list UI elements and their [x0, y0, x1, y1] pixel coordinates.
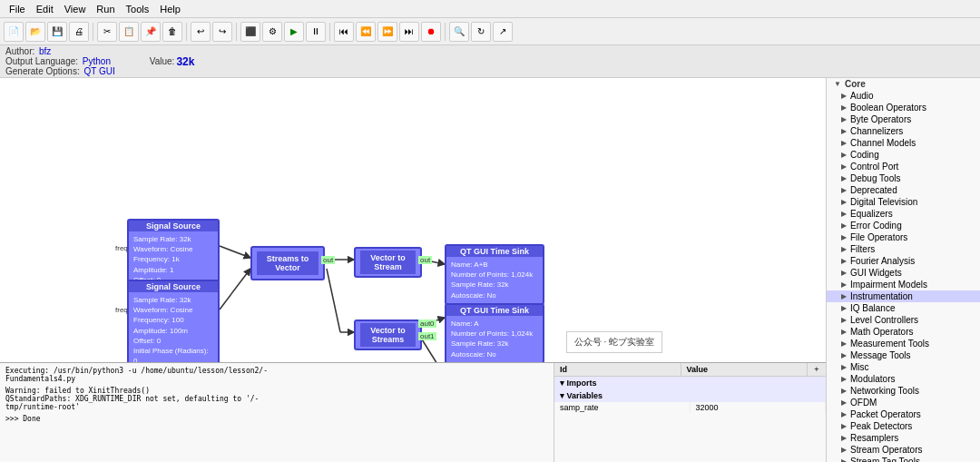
sep5 [445, 23, 446, 41]
item-label-7: Debug Tools [850, 173, 900, 183]
back-button[interactable]: ⏪ [356, 22, 376, 42]
cut-button[interactable]: ✂ [97, 22, 117, 42]
item-arrow-22: ▶ [841, 351, 847, 359]
console-line-8: >>> Done [5, 415, 548, 423]
item-arrow-27: ▶ [841, 410, 847, 418]
tree-item-3[interactable]: ▶Channelizers [827, 125, 980, 137]
menu-run[interactable]: Run [91, 3, 120, 15]
menu-view[interactable]: View [59, 3, 92, 15]
tree-item-15[interactable]: ▶GUI Widgets [827, 267, 980, 279]
tree-item-21[interactable]: ▶Measurement Tools [827, 338, 980, 349]
rec-button[interactable]: ⏺ [421, 22, 441, 42]
stop-button[interactable]: ⬛ [240, 22, 260, 42]
generate-value: QT GUI [84, 66, 115, 76]
search-button[interactable]: 🔍 [449, 22, 469, 42]
item-label-20: Math Operators [850, 327, 913, 337]
ss2-row5: Offset: 0 [133, 336, 213, 346]
tree-core[interactable]: ▼ Core [827, 78, 980, 90]
streams-to-vector-block[interactable]: Streams to Vector [250, 246, 325, 280]
tree-item-8[interactable]: ▶Deprecated [827, 184, 980, 196]
tree-item-13[interactable]: ▶Filters [827, 243, 980, 255]
ss1-row3: Frequency: 1k [133, 254, 213, 264]
vector-to-streams-block[interactable]: Vector to Streams [354, 319, 422, 350]
tree-item-25[interactable]: ▶Networking Tools [827, 385, 980, 397]
tree-item-14[interactable]: ▶Fourier Analysis [827, 255, 980, 267]
tree-item-20[interactable]: ▶Math Operators [827, 326, 980, 338]
item-label-22: Message Tools [850, 350, 911, 360]
play-button[interactable]: ▶ [284, 22, 304, 42]
canvas-area[interactable]: Signal Source Sample Rate: 32k Waveform:… [0, 78, 826, 462]
sep1 [93, 23, 93, 41]
tree-item-4[interactable]: ▶Channel Models [827, 137, 980, 149]
var-variables-section[interactable]: ▾ Variables [554, 389, 826, 402]
signal-source-1-title: Signal Source [129, 221, 218, 231]
qt-sink-2-block[interactable]: QT GUI Time Sink Name: A Number of Point… [445, 303, 544, 364]
tree-item-18[interactable]: ▶IQ Balance [827, 302, 980, 314]
tree-item-17[interactable]: ▶Instrumentation [827, 290, 980, 302]
tree-item-22[interactable]: ▶Message Tools [827, 349, 980, 361]
new-button[interactable]: 📄 [4, 22, 24, 42]
refresh-button[interactable]: ↻ [471, 22, 491, 42]
redo-button[interactable]: ↪ [212, 22, 232, 42]
var-cell-value: 32000 [691, 402, 827, 413]
menu-file[interactable]: File [4, 3, 31, 15]
tree-item-1[interactable]: ▶Boolean Operators [827, 102, 980, 113]
var-add-button[interactable]: + [808, 363, 826, 376]
watermark-text: 公众号 · 蛇ブ实验室 [574, 336, 654, 349]
item-arrow-11: ▶ [841, 221, 847, 230]
right-panel: ▼ Core ▶Audio▶Boolean Operators▶Byte Ope… [826, 78, 980, 462]
var-row-samp-rate: samp_rate 32000 [554, 402, 826, 413]
export-button[interactable]: ↗ [493, 22, 513, 42]
item-arrow-14: ▶ [841, 257, 847, 265]
item-label-21: Measurement Tools [850, 339, 929, 349]
vector-to-stream-block[interactable]: Vector to Stream [354, 247, 422, 278]
save-button[interactable]: 💾 [47, 22, 67, 42]
tree-item-27[interactable]: ▶Packet Operators [827, 408, 980, 420]
exec-button[interactable]: ⚙ [262, 22, 282, 42]
ss2-row3: Frequency: 100 [133, 315, 213, 325]
tree-item-19[interactable]: ▶Level Controllers [827, 314, 980, 326]
tree-item-6[interactable]: ▶Control Port [827, 161, 980, 172]
signal-source-2-block[interactable]: Signal Source Sample Rate: 32k Waveform:… [127, 280, 220, 370]
tree-item-16[interactable]: ▶Impairment Models [827, 279, 980, 290]
item-arrow-1: ▶ [841, 103, 847, 112]
delete-button[interactable]: 🗑 [162, 22, 182, 42]
ss2-row4: Amplitude: 100m [133, 326, 213, 336]
item-arrow-15: ▶ [841, 269, 847, 277]
tree-item-24[interactable]: ▶Modulators [827, 373, 980, 385]
tree-item-10[interactable]: ▶Equalizers [827, 208, 980, 220]
tree-item-26[interactable]: ▶OFDM [827, 397, 980, 408]
tree-item-2[interactable]: ▶Byte Operators [827, 113, 980, 125]
fwd-button[interactable]: ⏩ [377, 22, 397, 42]
paste-button[interactable]: 📌 [141, 22, 161, 42]
tree-item-0[interactable]: ▶Audio [827, 90, 980, 102]
rewind-button[interactable]: ⏮ [334, 22, 354, 42]
output-value: Python [83, 56, 111, 66]
menu-tools[interactable]: Tools [121, 3, 155, 15]
print-button[interactable]: 🖨 [69, 22, 89, 42]
tree-item-29[interactable]: ▶Resamplers [827, 432, 980, 444]
item-arrow-21: ▶ [841, 339, 847, 348]
tree-item-30[interactable]: ▶Stream Operators [827, 444, 980, 456]
open-button[interactable]: 📂 [25, 22, 45, 42]
menu-help[interactable]: Help [154, 3, 186, 15]
item-arrow-16: ▶ [841, 280, 847, 289]
tree-item-7[interactable]: ▶Debug Tools [827, 172, 980, 184]
pause-button[interactable]: ⏸ [306, 22, 326, 42]
bottom-panel: Executing: /usr/bin/python3 -u /home/ubu… [0, 362, 826, 462]
end-button[interactable]: ⏭ [399, 22, 419, 42]
tree-item-11[interactable]: ▶Error Coding [827, 220, 980, 231]
tree-item-9[interactable]: ▶Digital Television [827, 196, 980, 208]
tree-item-5[interactable]: ▶Coding [827, 149, 980, 161]
tree-item-23[interactable]: ▶Misc [827, 361, 980, 373]
port-out1: out [321, 256, 335, 264]
undo-button[interactable]: ↩ [191, 22, 211, 42]
tree-item-28[interactable]: ▶Peak Detectors [827, 420, 980, 432]
var-imports-section[interactable]: ▾ Imports [554, 377, 826, 389]
var-header: Id Value + [554, 363, 826, 377]
tree-item-31[interactable]: ▶Stream Tag Tools [827, 456, 980, 462]
qt-sink-1-block[interactable]: QT GUI Time Sink Name: A+B Number of Poi… [445, 244, 544, 305]
tree-item-12[interactable]: ▶File Operators [827, 231, 980, 243]
copy-button[interactable]: 📋 [119, 22, 139, 42]
menu-edit[interactable]: Edit [31, 3, 59, 15]
